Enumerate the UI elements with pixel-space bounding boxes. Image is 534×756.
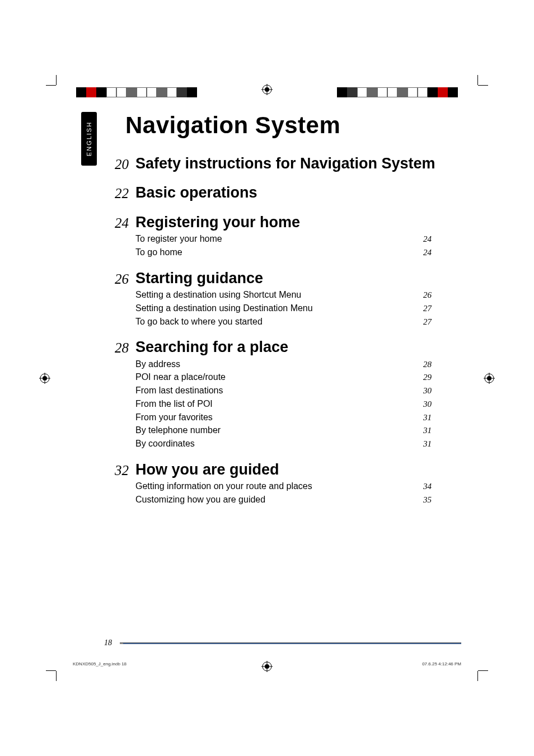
toc-sub-list: Getting information on your route and pl…	[135, 480, 451, 506]
crop-mark	[46, 670, 56, 671]
toc-section-title: How you are guided	[135, 461, 451, 478]
toc-sub-label: To register your home	[135, 232, 222, 245]
swatch	[116, 87, 127, 97]
toc-section: 26Starting guidanceSetting a destination…	[104, 269, 451, 336]
toc-section-page: 32	[104, 461, 135, 478]
toc-sub-label: By telephone number	[135, 424, 221, 436]
registration-mark-icon	[484, 373, 495, 384]
toc-section-body: Basic operations	[135, 184, 451, 210]
swatch	[407, 87, 418, 97]
swatch	[167, 87, 177, 97]
print-metadata: KDNXD505_J_eng.indb 18 07.6.25 4:12:46 P…	[73, 661, 461, 666]
crop-mark	[46, 85, 56, 86]
toc-sub-item: Setting a destination using Destination …	[135, 302, 451, 315]
swatch	[387, 87, 397, 97]
toc-sub-label: Getting information on your route and pl…	[135, 480, 312, 492]
toc-section-page: 22	[104, 184, 135, 201]
toc-sub-page: 28	[423, 359, 451, 371]
toc-section-page: 20	[104, 154, 135, 172]
crop-mark	[478, 85, 488, 86]
swatch	[147, 87, 157, 97]
swatch	[157, 87, 167, 97]
toc-section-body: Safety instructions for Navigation Syste…	[135, 154, 451, 181]
toc-sub-item: Customizing how you are guided35	[135, 493, 451, 506]
toc-sub-label: From last destinations	[135, 384, 223, 397]
toc-section: 28Searching for a placeBy address28POI n…	[104, 338, 451, 458]
toc-section-page: 28	[104, 338, 135, 356]
toc-sub-item: By coordinates31	[135, 437, 451, 450]
toc-content: Navigation System 20Safety instructions …	[104, 112, 451, 516]
toc-sub-label: From the list of POI	[135, 397, 213, 410]
toc-sub-page: 29	[423, 372, 451, 384]
toc-sub-item: From last destinations30	[135, 384, 451, 397]
toc-section: 24Registering your homeTo register your …	[104, 213, 451, 267]
page-number: 18	[104, 638, 112, 647]
toc-sub-page: 30	[423, 385, 451, 397]
swatch	[438, 87, 448, 97]
swatch	[187, 87, 197, 97]
toc-sub-page: 26	[423, 289, 451, 302]
crop-mark	[478, 670, 488, 671]
toc-sub-list: Setting a destination using Shortcut Men…	[135, 288, 451, 328]
language-tab-label: ENGLISH	[86, 121, 92, 156]
swatch	[347, 87, 357, 97]
toc-section-title: Searching for a place	[135, 338, 451, 356]
toc-section-page: 24	[104, 213, 135, 231]
crop-mark	[477, 75, 478, 85]
swatch	[127, 87, 137, 97]
toc-sub-list: By address28POI near a place/route29From…	[135, 358, 451, 450]
toc-section: 22Basic operations	[104, 184, 451, 210]
registration-mark-icon	[261, 84, 273, 95]
registration-mark-icon	[39, 373, 50, 384]
toc-section-title: Registering your home	[135, 213, 451, 231]
footer-rule	[120, 642, 461, 644]
toc-sub-label: To go home	[135, 246, 182, 259]
toc-sub-label: To go back to where you started	[135, 315, 263, 328]
toc-sub-label: From your favorites	[135, 411, 213, 424]
toc-section: 20Safety instructions for Navigation Sys…	[104, 154, 451, 181]
color-calibration-bar	[337, 87, 458, 97]
toc-sub-item: To go home24	[135, 246, 451, 259]
toc-section-page: 26	[104, 269, 135, 287]
swatch	[377, 87, 387, 97]
swatch	[137, 87, 147, 97]
print-timestamp: 07.6.25 4:12:46 PM	[422, 661, 461, 666]
toc-sub-page: 30	[423, 398, 451, 411]
toc-sub-label: Setting a destination using Shortcut Men…	[135, 288, 301, 301]
swatch	[106, 87, 116, 97]
toc-sub-page: 27	[423, 316, 451, 328]
toc-sub-label: Customizing how you are guided	[135, 493, 265, 506]
toc-sub-page: 27	[423, 303, 451, 315]
toc-sub-item: From the list of POI30	[135, 397, 451, 411]
toc-section-title: Starting guidance	[135, 269, 451, 287]
swatch	[357, 87, 367, 97]
toc-sub-item: To go back to where you started27	[135, 315, 451, 328]
toc-sub-item: By address28	[135, 358, 451, 371]
toc-sub-item: Setting a destination using Shortcut Men…	[135, 288, 451, 302]
toc-sub-label: By address	[135, 358, 180, 370]
toc-section-body: How you are guidedGetting information on…	[135, 461, 451, 514]
toc-sub-item: From your favorites31	[135, 411, 451, 424]
toc-section-body: Starting guidanceSetting a destination u…	[135, 269, 451, 336]
toc-sub-item: Getting information on your route and pl…	[135, 480, 451, 493]
toc-sub-item: To register your home24	[135, 232, 451, 246]
toc-section-title: Basic operations	[135, 184, 451, 201]
language-tab: ENGLISH	[81, 112, 97, 166]
toc-sub-label: Setting a destination using Destination …	[135, 302, 313, 314]
toc-section-title: Safety instructions for Navigation Syste…	[135, 154, 451, 172]
swatch	[337, 87, 347, 97]
print-file-label: KDNXD505_J_eng.indb 18	[73, 661, 127, 666]
toc-sub-label: POI near a place/route	[135, 370, 226, 383]
swatch	[418, 87, 428, 97]
swatch	[428, 87, 438, 97]
toc-sub-page: 31	[423, 438, 451, 450]
toc-sub-page: 35	[423, 494, 451, 506]
toc-section-body: Registering your homeTo register your ho…	[135, 213, 451, 267]
swatch	[397, 87, 407, 97]
toc-sub-item: By telephone number31	[135, 424, 451, 437]
crop-mark	[56, 75, 57, 85]
page-title: Navigation System	[125, 112, 451, 139]
swatch	[177, 87, 187, 97]
toc-section-body: Searching for a placeBy address28POI nea…	[135, 338, 451, 458]
toc-sub-page: 34	[423, 481, 451, 493]
